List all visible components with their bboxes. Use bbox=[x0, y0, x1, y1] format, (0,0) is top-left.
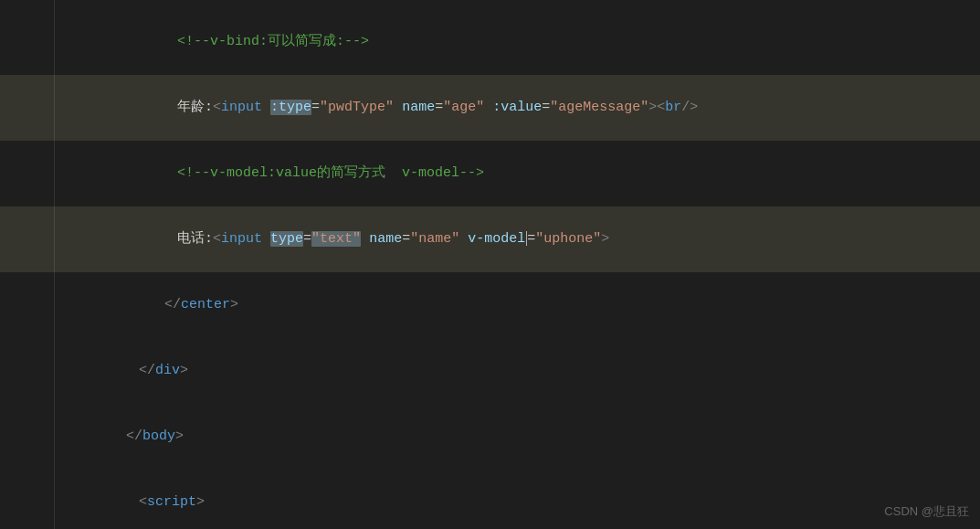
line-comment-vmodel: <!--v-model:value的简写方式 v-model--> bbox=[0, 141, 980, 206]
line-content: <!--v-bind:可以简写成:--> bbox=[55, 9, 980, 75]
line-close-div: </div> bbox=[0, 338, 980, 404]
line-content: 电话:<input type="text" name="name" v-mode… bbox=[55, 206, 980, 272]
line-content: </body> bbox=[55, 404, 980, 470]
line-phone-input: 电话:<input type="text" name="name" v-mode… bbox=[0, 206, 980, 272]
watermark-text: CSDN @悲且狂 bbox=[884, 504, 969, 518]
line-content: <script> bbox=[55, 470, 980, 529]
line-close-center: </center> bbox=[0, 272, 980, 338]
line-comment-vbind: <!--v-bind:可以简写成:--> bbox=[0, 9, 980, 75]
line-content: </div> bbox=[55, 338, 980, 404]
code-area: <!--v-bind:可以简写成:--> 年龄:<input :type="pw… bbox=[0, 0, 980, 529]
watermark: CSDN @悲且狂 bbox=[884, 503, 969, 522]
line-content: <!--v-model:value的简写方式 v-model--> bbox=[55, 141, 980, 206]
editor-container: <!--v-bind:可以简写成:--> 年龄:<input :type="pw… bbox=[0, 0, 980, 529]
line-age-input: 年龄:<input :type="pwdType" name="age" :va… bbox=[0, 75, 980, 141]
line-open-script: <script> bbox=[0, 470, 980, 529]
line-content: </center> bbox=[55, 272, 980, 338]
line-content: 年龄:<input :type="pwdType" name="age" :va… bbox=[55, 75, 980, 141]
line-close-body: </body> bbox=[0, 404, 980, 470]
